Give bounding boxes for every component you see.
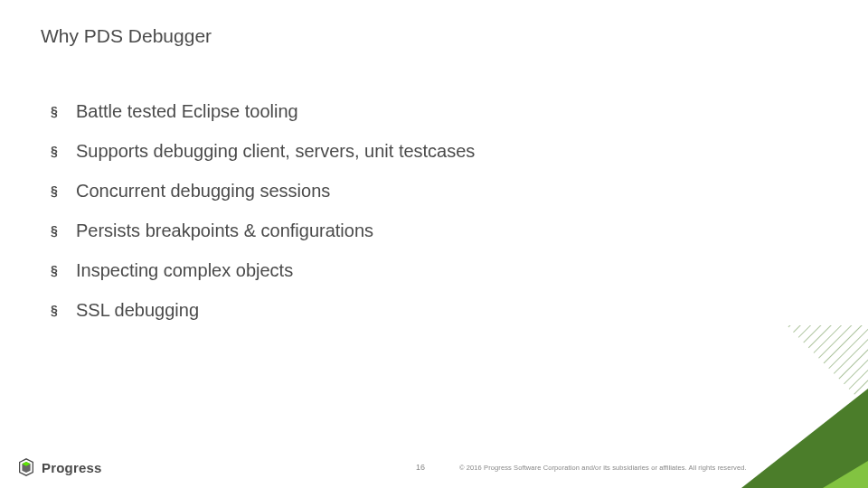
footer: Progress 16 © 2016 Progress Software Cor… bbox=[0, 445, 868, 488]
list-item: § Battle tested Eclipse tooling bbox=[51, 99, 756, 123]
bullet-marker-icon: § bbox=[51, 139, 60, 163]
slide-title: Why PDS Debugger bbox=[41, 25, 212, 47]
bullet-list: § Battle tested Eclipse tooling § Suppor… bbox=[51, 99, 756, 338]
progress-logo-text: Progress bbox=[42, 460, 102, 475]
bullet-text: Inspecting complex objects bbox=[76, 258, 293, 282]
page-number: 16 bbox=[416, 463, 425, 472]
progress-logo: Progress bbox=[16, 457, 102, 477]
list-item: § SSL debugging bbox=[51, 298, 756, 322]
bullet-text: Concurrent debugging sessions bbox=[76, 179, 330, 202]
list-item: § Inspecting complex objects bbox=[51, 258, 756, 282]
bullet-text: Supports debugging client, servers, unit… bbox=[76, 139, 475, 163]
slide: Why PDS Debugger § Battle tested Eclipse… bbox=[0, 0, 868, 488]
bullet-text: SSL debugging bbox=[76, 298, 199, 322]
copyright-text: © 2016 Progress Software Corporation and… bbox=[459, 464, 747, 472]
list-item: § Persists breakpoints & configurations bbox=[51, 219, 756, 242]
bullet-marker-icon: § bbox=[51, 99, 60, 123]
bullet-marker-icon: § bbox=[51, 258, 60, 282]
bullet-text: Battle tested Eclipse tooling bbox=[76, 99, 298, 123]
bullet-text: Persists breakpoints & configurations bbox=[76, 219, 373, 242]
bullet-marker-icon: § bbox=[51, 179, 60, 202]
bullet-marker-icon: § bbox=[51, 219, 60, 242]
svg-marker-2 bbox=[787, 325, 868, 408]
list-item: § Concurrent debugging sessions bbox=[51, 179, 756, 202]
bullet-marker-icon: § bbox=[51, 298, 60, 322]
list-item: § Supports debugging client, servers, un… bbox=[51, 139, 756, 163]
progress-logo-icon bbox=[16, 457, 36, 477]
